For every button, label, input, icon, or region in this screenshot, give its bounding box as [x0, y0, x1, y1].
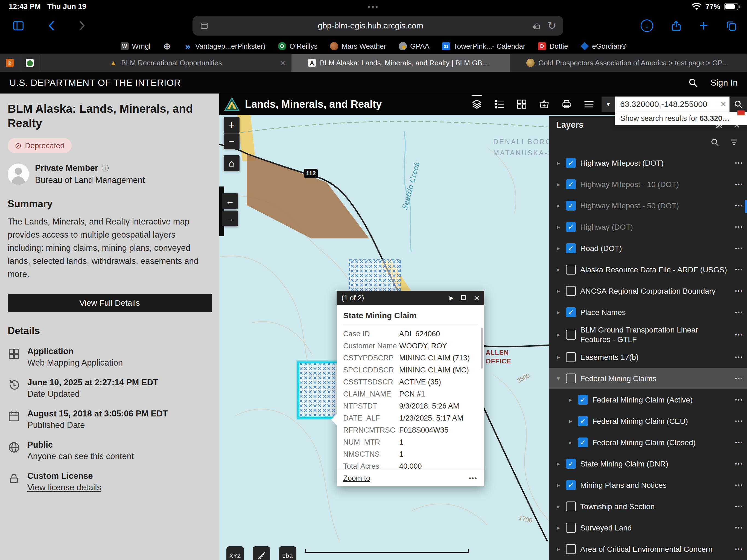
layer-row[interactable]: ANCSA Regional Corporation Boundary — [549, 280, 747, 302]
layer-visibility-checkbox[interactable] — [566, 286, 576, 296]
map-search-input[interactable] — [615, 97, 729, 112]
menu-icon[interactable] — [583, 98, 595, 110]
layer-options-icon[interactable] — [735, 546, 743, 552]
layer-row[interactable]: Easements 17(b) — [549, 347, 747, 368]
popup-header[interactable]: (1 of 2) — [337, 291, 484, 305]
new-tab-icon[interactable] — [699, 18, 708, 33]
layer-options-icon[interactable] — [735, 376, 743, 382]
layer-expand-chevron-icon[interactable] — [555, 375, 562, 382]
browser-tab[interactable]: BLM Recreational Opportunities — [40, 54, 291, 72]
bookmark-item[interactable]: Vantagep...erPinkster) — [184, 42, 265, 51]
address-bar[interactable]: gbp-blm-egis.hub.arcgis.com — [192, 16, 563, 35]
layer-options-icon[interactable] — [735, 461, 743, 467]
browser-tab[interactable] — [20, 54, 40, 72]
layer-expand-chevron-icon[interactable] — [555, 266, 562, 274]
layer-expand-chevron-icon[interactable] — [555, 245, 562, 252]
layer-expand-chevron-icon[interactable] — [555, 524, 562, 532]
layer-visibility-checkbox[interactable] — [566, 502, 576, 511]
layer-visibility-checkbox[interactable] — [566, 201, 576, 210]
layer-row[interactable]: Federal Mining Claim (CEU) — [549, 410, 747, 432]
layer-expand-chevron-icon[interactable] — [555, 503, 562, 510]
extensions-icon[interactable] — [532, 21, 541, 30]
layer-expand-chevron-icon[interactable] — [567, 439, 574, 446]
layer-visibility-checkbox[interactable] — [566, 544, 576, 554]
layer-expand-chevron-icon[interactable] — [555, 460, 562, 467]
layer-expand-chevron-icon[interactable] — [555, 159, 562, 167]
layer-row[interactable]: Alaska Resource Data File - ARDF (USGS) — [549, 259, 747, 280]
layer-row[interactable]: Road (DOT) — [549, 238, 747, 259]
next-feature-icon[interactable] — [449, 295, 454, 301]
layer-options-icon[interactable] — [735, 439, 743, 446]
layer-row[interactable]: Area of Critical Environmental Concern — [549, 538, 747, 560]
layer-row[interactable]: Federal Mining Claim (Active) — [549, 389, 747, 410]
basemap-label-button[interactable]: cba — [279, 546, 297, 560]
forward-icon[interactable] — [75, 20, 87, 32]
layer-options-icon[interactable] — [735, 203, 743, 209]
layer-options-icon[interactable] — [735, 181, 743, 187]
layer-expand-chevron-icon[interactable] — [555, 287, 562, 295]
layer-visibility-checkbox[interactable] — [566, 374, 576, 383]
bookmark-item[interactable]: GPAA — [398, 42, 429, 51]
popup-scrollbar[interactable] — [481, 328, 483, 368]
layer-row[interactable]: BLM Ground Transportation Linear Feature… — [549, 323, 747, 347]
layers-tool-icon[interactable] — [471, 98, 483, 110]
layer-options-icon[interactable] — [735, 309, 743, 315]
layer-row[interactable]: Highway (DOT) — [549, 216, 747, 238]
layer-options-icon[interactable] — [735, 288, 743, 294]
panel-scrollbar-thumb[interactable] — [745, 200, 747, 213]
layer-visibility-checkbox[interactable] — [566, 158, 576, 168]
popup-close-icon[interactable] — [474, 293, 479, 302]
bookmark-item[interactable]: Mars Weather — [330, 42, 386, 51]
layer-filter-icon[interactable] — [729, 138, 738, 147]
layer-visibility-checkbox[interactable] — [566, 480, 576, 490]
tab-overview-icon[interactable] — [725, 20, 737, 32]
layer-options-icon[interactable] — [735, 332, 743, 338]
layer-row[interactable]: Mining Plans and Notices — [549, 475, 747, 496]
layer-options-icon[interactable] — [735, 224, 743, 230]
search-submit-icon[interactable] — [729, 97, 747, 112]
layer-row[interactable]: Surveyed Land — [549, 517, 747, 538]
zoom-in-button[interactable] — [224, 117, 239, 133]
layer-visibility-checkbox[interactable] — [566, 307, 576, 317]
view-full-details-button[interactable]: View Full Details — [8, 294, 212, 312]
zoom-to-link[interactable]: Zoom to — [343, 474, 370, 483]
print-icon[interactable] — [561, 98, 572, 110]
layer-expand-chevron-icon[interactable] — [555, 545, 562, 553]
layer-options-icon[interactable] — [735, 397, 743, 403]
bookmark-item[interactable]: eGordian® — [581, 42, 626, 51]
layer-visibility-checkbox[interactable] — [566, 179, 576, 189]
add-data-icon[interactable] — [538, 98, 550, 110]
site-search-icon[interactable] — [688, 78, 698, 87]
clear-search-icon[interactable] — [720, 97, 726, 112]
zoom-out-button[interactable] — [224, 133, 239, 149]
layer-visibility-checkbox[interactable] — [566, 352, 576, 362]
layer-row[interactable]: State Mining Claim (DNR) — [549, 453, 747, 475]
layer-options-icon[interactable] — [735, 503, 743, 510]
home-button[interactable] — [224, 155, 239, 171]
layer-row[interactable]: Federal Mining Claim (Closed) — [549, 432, 747, 453]
layer-options-icon[interactable] — [735, 160, 743, 166]
layer-visibility-checkbox[interactable] — [578, 416, 588, 426]
bookmark-item[interactable] — [163, 42, 171, 50]
legend-tool-icon[interactable] — [493, 98, 505, 110]
measure-tool-button[interactable] — [253, 546, 270, 560]
layer-row[interactable]: Place Names — [549, 302, 747, 323]
basemap-gallery-icon[interactable] — [516, 98, 528, 110]
bookmark-item[interactable]: Wrngl — [121, 42, 150, 51]
browser-tab[interactable]: Gold Prospectors Association of America … — [510, 54, 747, 72]
layer-expand-chevron-icon[interactable] — [555, 202, 562, 209]
layer-visibility-checkbox[interactable] — [566, 265, 576, 275]
sign-in-link[interactable]: Sign In — [711, 78, 738, 88]
search-source-dropdown[interactable] — [601, 97, 615, 112]
previous-extent-button[interactable] — [222, 193, 238, 209]
view-license-link[interactable]: View license details — [27, 483, 101, 492]
bookmark-item[interactable]: TowerPink...- Calendar — [442, 42, 525, 51]
layer-options-icon[interactable] — [735, 418, 743, 424]
layer-search-icon[interactable] — [711, 138, 719, 147]
downloads-icon[interactable] — [641, 19, 653, 32]
layer-options-icon[interactable] — [735, 266, 743, 273]
layer-visibility-checkbox[interactable] — [566, 222, 576, 232]
bookmark-item[interactable]: Dottie — [538, 42, 568, 51]
layer-expand-chevron-icon[interactable] — [555, 223, 562, 231]
info-icon[interactable] — [101, 163, 109, 173]
